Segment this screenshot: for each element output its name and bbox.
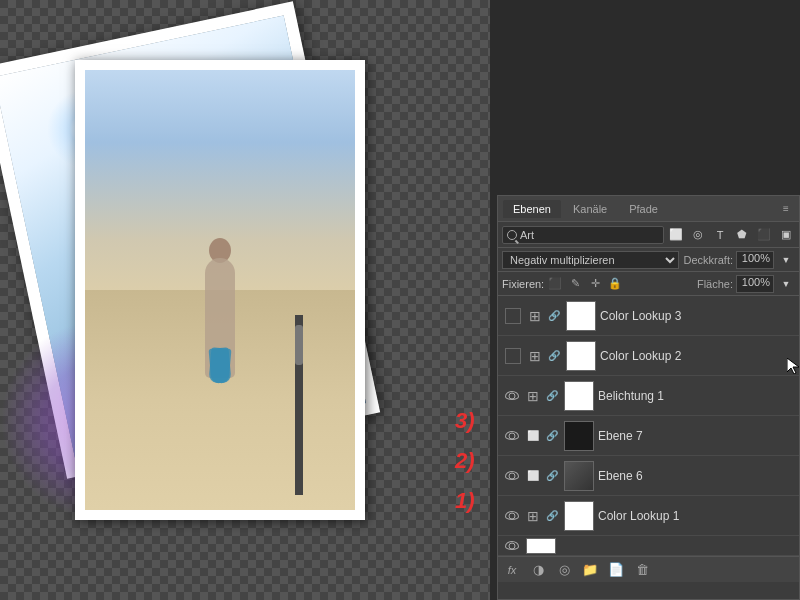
more-icon[interactable]: ▣ xyxy=(777,226,795,244)
layer-thumbnail xyxy=(564,501,594,531)
link-icon: 🔗 xyxy=(546,308,562,324)
mask-button[interactable]: ◑ xyxy=(528,560,548,580)
layer-row[interactable]: ⊞ 🔗 Color Lookup 1 xyxy=(498,496,799,536)
layer-row[interactable]: ⬜ 🔗 Ebene 6 xyxy=(498,456,799,496)
opacity-arrow[interactable]: ▼ xyxy=(777,251,795,269)
annotation-1: 1) xyxy=(455,488,475,514)
fix-lock-icon[interactable]: 🔒 xyxy=(608,277,622,291)
scrollbar-thumb[interactable] xyxy=(295,325,303,365)
photo-front xyxy=(75,60,365,520)
layers-panel: Ebenen Kanäle Pfade ≡ Art ⬜ ◎ T ⬟ ⬛ ▣ Ne… xyxy=(497,195,800,600)
layer-name: Ebene 6 xyxy=(598,469,795,483)
adjustment-button[interactable]: ◎ xyxy=(554,560,574,580)
adjustment-icon: ⊞ xyxy=(524,345,546,367)
opacity-input[interactable]: 100% xyxy=(736,251,774,269)
toolbar-icons: ⬜ ◎ T ⬟ ⬛ ▣ xyxy=(667,226,795,244)
fix-brush-icon[interactable]: ✎ xyxy=(568,277,582,291)
layer-checkbox[interactable] xyxy=(505,348,521,364)
visibility-toggle[interactable] xyxy=(502,506,522,526)
layer-name: Color Lookup 3 xyxy=(600,309,795,323)
eye-icon xyxy=(505,471,519,480)
eye-icon xyxy=(505,541,519,550)
delete-layer-button[interactable]: 🗑 xyxy=(632,560,652,580)
bottom-icons: fx ◑ ◎ 📁 📄 🗑 xyxy=(502,560,652,580)
layer-thumbnail xyxy=(526,538,556,554)
panel-tabs: Ebenen Kanäle Pfade ≡ xyxy=(498,196,799,222)
adjust-icon[interactable]: ◎ xyxy=(689,226,707,244)
blend-row: Negativ multiplizieren Deckkraft: 100% ▼ xyxy=(498,248,799,272)
normal-layer-icon: ⬜ xyxy=(522,425,544,447)
visibility-toggle[interactable] xyxy=(502,386,522,406)
layer-name: Color Lookup 2 xyxy=(600,349,795,363)
link-icon: 🔗 xyxy=(544,468,560,484)
layer-name: Ebene 7 xyxy=(598,429,795,443)
search-icon xyxy=(507,230,517,240)
layer-name: Color Lookup 1 xyxy=(598,509,795,523)
normal-layer-icon: ⬜ xyxy=(522,465,544,487)
type-icon[interactable]: T xyxy=(711,226,729,244)
tab-ebenen[interactable]: Ebenen xyxy=(503,200,561,218)
layer-name: Belichtung 1 xyxy=(598,389,795,403)
panel-scrollbar[interactable] xyxy=(295,315,303,495)
panel-menu-button[interactable]: ≡ xyxy=(778,201,794,217)
image-icon[interactable]: ⬜ xyxy=(667,226,685,244)
layer-thumbnail xyxy=(566,301,596,331)
toolbar-row: Art ⬜ ◎ T ⬟ ⬛ ▣ xyxy=(498,222,799,248)
cursor xyxy=(787,358,799,374)
link-icon: 🔗 xyxy=(544,508,560,524)
annotation-3: 3) xyxy=(455,408,475,434)
annotation-2: 2) xyxy=(455,448,475,474)
shape-icon[interactable]: ⬟ xyxy=(733,226,751,244)
link-icon: 🔗 xyxy=(546,348,562,364)
fx-button[interactable]: fx xyxy=(502,560,522,580)
search-box[interactable]: Art xyxy=(502,226,664,244)
adjustment-icon: ⊞ xyxy=(522,505,544,527)
search-text: Art xyxy=(520,229,534,241)
blend-mode-select[interactable]: Negativ multiplizieren xyxy=(502,251,679,269)
link-icon: 🔗 xyxy=(544,388,560,404)
opacity-group: Deckkraft: 100% ▼ xyxy=(683,251,795,269)
layer-row[interactable]: ⊞ 🔗 Belichtung 1 xyxy=(498,376,799,416)
fill-input[interactable]: 100% xyxy=(736,275,774,293)
link-icon: 🔗 xyxy=(544,428,560,444)
visibility-toggle[interactable] xyxy=(502,466,522,486)
layer-row[interactable] xyxy=(498,536,799,556)
layer-thumbnail xyxy=(566,341,596,371)
fix-icons: ⬛ ✎ ✛ 🔒 xyxy=(548,277,622,291)
tab-kanaele[interactable]: Kanäle xyxy=(563,200,617,218)
adjustment-icon: ⊞ xyxy=(522,385,544,407)
filter-icon[interactable]: ⬛ xyxy=(755,226,773,244)
panel-bottom: fx ◑ ◎ 📁 📄 🗑 xyxy=(498,556,799,582)
adjustment-icon: ⊞ xyxy=(524,305,546,327)
layer-thumbnail xyxy=(564,381,594,411)
visibility-toggle[interactable] xyxy=(502,426,522,446)
fill-arrow[interactable]: ▼ xyxy=(777,275,795,293)
layers-list: ⊞ 🔗 Color Lookup 3 ⊞ 🔗 Color Lookup 2 ⊞ … xyxy=(498,296,799,556)
group-button[interactable]: 📁 xyxy=(580,560,600,580)
new-layer-button[interactable]: 📄 xyxy=(606,560,626,580)
fill-label: Fläche: xyxy=(697,278,733,290)
layer-thumbnail xyxy=(564,421,594,451)
layer-row[interactable]: ⬜ 🔗 Ebene 7 xyxy=(498,416,799,456)
fill-group: Fläche: 100% ▼ xyxy=(697,275,795,293)
layer-row[interactable]: ⊞ 🔗 Color Lookup 2 xyxy=(498,336,799,376)
layer-row[interactable]: ⊞ 🔗 Color Lookup 3 xyxy=(498,296,799,336)
eye-icon xyxy=(505,391,519,400)
fix-move-icon[interactable]: ✛ xyxy=(588,277,602,291)
visibility-toggle[interactable] xyxy=(502,536,522,556)
layer-checkbox[interactable] xyxy=(505,308,521,324)
fix-label: Fixieren: xyxy=(502,278,544,290)
eye-icon xyxy=(505,431,519,440)
opacity-label: Deckkraft: xyxy=(683,254,733,266)
figure xyxy=(190,198,250,378)
svg-marker-0 xyxy=(787,358,799,374)
layer-thumbnail xyxy=(564,461,594,491)
fix-row: Fixieren: ⬛ ✎ ✛ 🔒 Fläche: 100% ▼ xyxy=(498,272,799,296)
tab-pfade[interactable]: Pfade xyxy=(619,200,668,218)
canvas-area xyxy=(0,0,490,600)
fix-checkerboard-icon[interactable]: ⬛ xyxy=(548,277,562,291)
eye-icon xyxy=(505,511,519,520)
